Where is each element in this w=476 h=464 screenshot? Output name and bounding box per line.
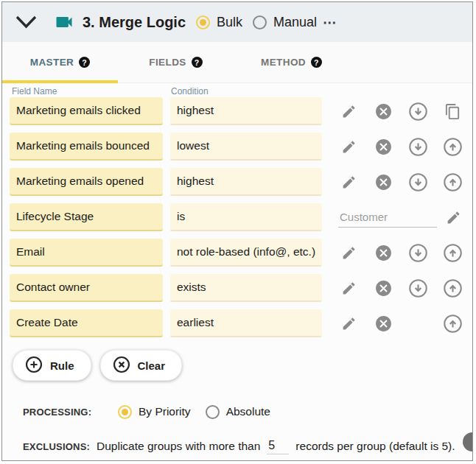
move-up-icon[interactable] xyxy=(443,136,463,157)
move-up-icon[interactable] xyxy=(443,313,463,334)
condition-input[interactable] xyxy=(170,168,322,196)
row-actions xyxy=(338,207,463,228)
remove-icon[interactable] xyxy=(373,101,393,122)
edit-icon[interactable] xyxy=(443,207,463,228)
merge-logic-panel: 3. Merge Logic BulkManual ⋯ MASTER?FIELD… xyxy=(1,1,473,461)
move-down-icon[interactable] xyxy=(408,278,429,298)
rule-row xyxy=(10,274,472,302)
remove-icon[interactable] xyxy=(373,242,393,263)
condition-input[interactable] xyxy=(170,309,322,337)
rule-row xyxy=(10,168,472,196)
edit-icon[interactable] xyxy=(338,101,359,122)
rule-row xyxy=(10,133,472,161)
edit-icon[interactable] xyxy=(338,278,359,298)
field-name-input[interactable] xyxy=(10,168,163,196)
tab-label: METHOD xyxy=(261,57,306,68)
condition-value-input[interactable] xyxy=(338,208,437,228)
field-name-input[interactable] xyxy=(10,239,163,267)
tab-method[interactable]: METHOD? xyxy=(234,42,349,82)
processing-option-label: By Priority xyxy=(139,405,191,418)
rule-row xyxy=(10,203,472,231)
processing-option-label: Absolute xyxy=(226,405,270,418)
condition-input[interactable] xyxy=(170,133,322,161)
processing-option-by-priority[interactable]: By Priority xyxy=(118,405,191,419)
tab-fields[interactable]: FIELDS? xyxy=(118,42,234,82)
processing-radio-group: By PriorityAbsolute xyxy=(118,405,270,419)
processing-section: PROCESSING: By PriorityAbsolute xyxy=(10,404,472,420)
move-down-icon[interactable] xyxy=(408,172,429,192)
mode-option-manual[interactable]: Manual xyxy=(253,15,317,30)
mode-option-bulk[interactable]: Bulk xyxy=(196,15,242,30)
rule-row xyxy=(10,97,472,125)
move-up-icon[interactable] xyxy=(443,278,463,298)
panel-header: 3. Merge Logic BulkManual ⋯ xyxy=(2,2,472,42)
exclusions-section: EXCLUSIONS: Duplicate groups with more t… xyxy=(10,437,472,455)
page-title: 3. Merge Logic xyxy=(83,14,186,31)
clear-button[interactable]: Clear xyxy=(100,350,183,381)
tab-label: MASTER xyxy=(30,57,74,68)
mode-option-label: Manual xyxy=(273,15,317,30)
remove-icon[interactable] xyxy=(373,172,393,192)
tab-master[interactable]: MASTER? xyxy=(2,42,118,82)
radio-unselected-icon[interactable] xyxy=(206,405,220,419)
field-name-input[interactable] xyxy=(10,203,163,231)
move-up-icon[interactable] xyxy=(443,242,463,263)
clear-label: Clear xyxy=(138,359,166,372)
videocam-icon xyxy=(53,12,75,32)
field-name-input[interactable] xyxy=(10,97,163,125)
row-actions xyxy=(338,172,463,192)
radio-selected-icon[interactable] xyxy=(118,405,132,419)
help-icon[interactable]: ? xyxy=(192,57,203,68)
exclusions-label: EXCLUSIONS: xyxy=(23,441,90,452)
tab-bar: MASTER?FIELDS?METHOD? xyxy=(2,42,472,83)
add-rule-button[interactable]: Rule xyxy=(13,350,91,381)
condition-input[interactable] xyxy=(170,239,322,267)
clear-circle-icon xyxy=(112,355,131,376)
help-icon[interactable]: ? xyxy=(311,57,322,68)
exclusions-count-input[interactable] xyxy=(267,439,289,454)
help-icon[interactable]: ? xyxy=(79,57,90,68)
rule-row xyxy=(10,239,472,267)
move-down-icon[interactable] xyxy=(408,101,429,122)
edit-icon[interactable] xyxy=(338,313,359,334)
remove-icon[interactable] xyxy=(373,278,393,298)
row-actions xyxy=(338,101,463,122)
tab-label: FIELDS xyxy=(149,57,186,68)
radio-selected-icon[interactable] xyxy=(196,15,210,29)
add-rule-label: Rule xyxy=(50,359,74,372)
rule-rows xyxy=(10,97,472,337)
condition-column-header: Condition xyxy=(170,86,209,96)
mode-option-label: Bulk xyxy=(217,15,242,30)
remove-icon[interactable] xyxy=(373,313,393,334)
mode-radio-group: BulkManual xyxy=(196,15,317,30)
move-down-icon[interactable] xyxy=(408,136,429,157)
processing-option-absolute[interactable]: Absolute xyxy=(206,405,270,419)
move-down-icon[interactable] xyxy=(408,242,429,263)
duplicate-icon[interactable] xyxy=(443,101,463,122)
empty-action-slot xyxy=(408,313,429,334)
edit-icon[interactable] xyxy=(338,172,359,192)
row-actions xyxy=(338,136,463,157)
action-buttons: Rule Clear xyxy=(13,350,472,381)
field-name-input[interactable] xyxy=(10,133,163,161)
field-name-input[interactable] xyxy=(10,309,163,337)
row-actions xyxy=(338,242,463,263)
row-actions xyxy=(338,313,463,334)
condition-input[interactable] xyxy=(170,97,322,125)
field-name-column-header: Field Name xyxy=(10,86,170,96)
more-options-icon[interactable]: ⋯ xyxy=(323,15,337,29)
edit-icon[interactable] xyxy=(338,136,359,157)
add-circle-icon xyxy=(24,355,43,376)
move-up-icon[interactable] xyxy=(443,172,463,192)
condition-input[interactable] xyxy=(170,203,322,231)
rules-content: Field Name Condition Rule Clear PROCESSI… xyxy=(2,83,472,455)
radio-unselected-icon[interactable] xyxy=(253,15,267,29)
chevron-down-icon[interactable] xyxy=(14,15,38,29)
processing-label: PROCESSING: xyxy=(23,407,118,418)
column-headers: Field Name Condition xyxy=(10,85,472,97)
edit-icon[interactable] xyxy=(338,242,359,263)
condition-input[interactable] xyxy=(170,274,322,302)
field-name-input[interactable] xyxy=(10,274,163,302)
exclusions-text-after: records per group (default is 5). xyxy=(295,440,455,453)
remove-icon[interactable] xyxy=(373,136,393,157)
